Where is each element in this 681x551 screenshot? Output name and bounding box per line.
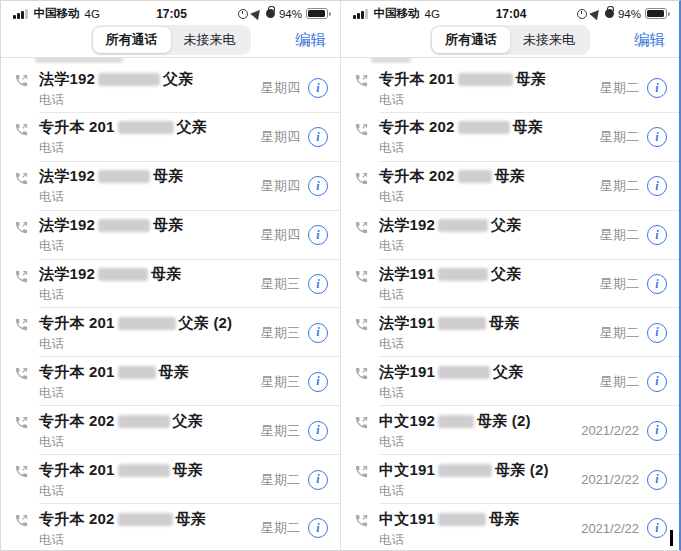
info-icon[interactable]: i	[647, 323, 667, 343]
info-icon[interactable]: i	[308, 127, 328, 147]
info-icon[interactable]: i	[308, 176, 328, 196]
call-log-row[interactable]: 中文191 母亲 (2) 电话 2021/2/22 i	[341, 455, 679, 504]
screenshot-right: 中国移动 4G 17:04 94% 所有通话 未接来电 编辑	[340, 1, 679, 550]
tab-missed-calls[interactable]: 未接来电	[171, 27, 249, 53]
contact-name-prefix: 法学192	[39, 70, 95, 89]
call-log-row[interactable]: 专升本 202 母亲 电话 星期二 i	[341, 162, 679, 211]
info-icon[interactable]: i	[308, 323, 328, 343]
call-log-row[interactable]: 法学192 父亲 电话 星期四 i	[1, 64, 340, 113]
redacted-blur	[98, 170, 150, 183]
contact-name-prefix: 法学191	[379, 363, 435, 382]
battery-icon	[645, 8, 667, 19]
info-icon[interactable]: i	[308, 470, 328, 490]
info-icon[interactable]: i	[647, 470, 667, 490]
outgoing-call-icon	[354, 415, 369, 430]
redacted-blur	[458, 170, 492, 183]
orientation-lock-icon	[605, 9, 614, 18]
info-icon[interactable]: i	[308, 225, 328, 245]
call-log-row[interactable]: 法学192 母亲 电话 星期四 i	[1, 211, 340, 260]
call-log-row[interactable]: 中文192 母亲 (2) 电话 2021/2/22 i	[341, 406, 679, 455]
contact-name-prefix: 专升本 201	[39, 461, 115, 480]
side-by-side-screenshots: 中国移动 4G 17:05 94% 所有通话 未接来电 编辑	[1, 1, 679, 550]
call-date-label: 星期四	[261, 79, 300, 97]
redacted-blur	[118, 121, 174, 134]
location-arrow-icon	[250, 7, 263, 20]
call-log-row[interactable]: 专升本 202 母亲 电话 星期二 i	[1, 504, 340, 550]
call-log-row[interactable]: 专升本 201 父亲 电话 星期四 i	[1, 113, 340, 162]
call-log-row[interactable]: 法学192 母亲 电话 星期三 i	[1, 260, 340, 309]
redacted-blur	[438, 513, 486, 526]
call-date-label: 星期二	[600, 128, 639, 146]
outgoing-call-icon	[354, 171, 369, 186]
call-date-label: 2021/2/22	[581, 472, 639, 487]
call-log-row[interactable]: 法学192 父亲 电话 星期二 i	[341, 211, 679, 260]
redacted-blur	[438, 219, 488, 232]
outgoing-call-icon	[354, 464, 369, 479]
contact-name-suffix: 父亲	[177, 118, 207, 137]
call-date-label: 星期二	[261, 471, 300, 489]
call-log-row[interactable]: 专升本 201 母亲 电话 星期二 i	[1, 455, 340, 504]
call-log-row[interactable]: 法学191 父亲 电话 星期二 i	[341, 260, 679, 309]
outgoing-call-icon	[354, 513, 369, 528]
info-icon[interactable]: i	[647, 421, 667, 441]
contact-name-suffix: 母亲	[489, 510, 519, 529]
call-log-row[interactable]: 法学191 母亲 电话 星期二 i	[341, 308, 679, 357]
outgoing-call-icon	[14, 366, 29, 381]
outgoing-call-icon	[354, 317, 369, 332]
call-log-row[interactable]: 专升本 201 母亲 电话 星期二 i	[341, 64, 679, 113]
text-cursor-artifact	[670, 530, 673, 546]
info-icon[interactable]: i	[308, 78, 328, 98]
tab-all-calls[interactable]: 所有通话	[432, 27, 510, 53]
info-icon[interactable]: i	[647, 127, 667, 147]
contact-name-suffix: 母亲	[513, 118, 543, 137]
redacted-blur	[98, 268, 148, 281]
call-date-label: 星期二	[600, 226, 639, 244]
call-log-row[interactable]: 专升本 202 母亲 电话 星期二 i	[341, 113, 679, 162]
contact-name-suffix: 母亲	[495, 167, 525, 186]
battery-percent: 94%	[279, 8, 302, 20]
edit-button[interactable]: 编辑	[634, 30, 665, 51]
call-date-label: 星期二	[600, 275, 639, 293]
contact-name-prefix: 中文191	[379, 510, 435, 529]
redacted-blur	[118, 513, 173, 526]
network-type-label: 4G	[85, 8, 100, 20]
edit-button[interactable]: 编辑	[295, 30, 326, 51]
info-icon[interactable]: i	[647, 372, 667, 392]
info-icon[interactable]: i	[308, 372, 328, 392]
call-log-row[interactable]: 专升本 201 父亲 (2) 电话 星期三 i	[1, 308, 340, 357]
tab-missed-calls[interactable]: 未接来电	[510, 27, 588, 53]
info-icon[interactable]: i	[647, 78, 667, 98]
call-log-row[interactable]: 专升本 201 母亲 电话 星期三 i	[1, 357, 340, 406]
redacted-blur	[98, 219, 150, 232]
status-bar: 中国移动 4G 17:04 94%	[341, 1, 679, 23]
alarm-icon	[577, 9, 587, 19]
info-icon[interactable]: i	[647, 518, 667, 538]
info-icon[interactable]: i	[308, 274, 328, 294]
tab-bar: 所有通话 未接来电 编辑	[1, 23, 340, 57]
contact-name-suffix: 父亲	[163, 70, 193, 89]
location-arrow-icon	[589, 7, 602, 20]
contact-name-prefix: 中文191	[379, 461, 435, 480]
info-icon[interactable]: i	[647, 176, 667, 196]
contact-name-suffix: 父亲	[491, 265, 521, 284]
carrier-label: 中国移动	[34, 6, 80, 21]
call-log-row[interactable]: 专升本 202 父亲 电话 星期三 i	[1, 406, 340, 455]
info-icon[interactable]: i	[647, 274, 667, 294]
call-date-label: 星期四	[261, 226, 300, 244]
call-log-row[interactable]: 法学192 母亲 电话 星期四 i	[1, 162, 340, 211]
tab-all-calls[interactable]: 所有通话	[93, 27, 171, 53]
info-icon[interactable]: i	[308, 421, 328, 441]
battery-percent: 94%	[618, 8, 641, 20]
call-date-label: 星期三	[261, 422, 300, 440]
info-icon[interactable]: i	[647, 225, 667, 245]
contact-name-prefix: 法学191	[379, 314, 435, 333]
info-icon[interactable]: i	[308, 518, 328, 538]
call-log-row[interactable]: 法学191 父亲 电话 星期二 i	[341, 357, 679, 406]
contact-name-suffix: 母亲	[173, 461, 203, 480]
contact-name-prefix: 中文192	[379, 412, 435, 431]
contact-name-prefix: 法学192	[39, 265, 95, 284]
contact-name-suffix: 父亲	[493, 363, 523, 382]
call-date-label: 星期三	[261, 324, 300, 342]
call-log-row[interactable]: 中文191 母亲 电话 2021/2/22 i	[341, 504, 679, 550]
call-date-label: 星期三	[261, 275, 300, 293]
